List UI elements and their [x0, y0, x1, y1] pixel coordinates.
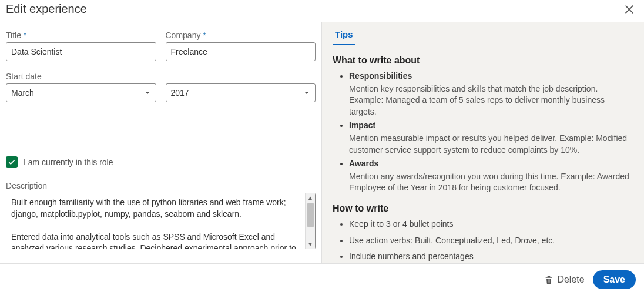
description-textarea[interactable]	[6, 193, 305, 249]
textarea-scrollbar[interactable]: ▲ ▼	[305, 193, 315, 249]
tab-tips[interactable]: Tips	[333, 22, 355, 45]
trash-icon	[544, 275, 554, 284]
title-input[interactable]	[6, 42, 156, 61]
description-label: Description	[6, 181, 316, 190]
tips-section2-heading: How to write	[333, 203, 633, 214]
chevron-down-icon	[144, 89, 151, 96]
tips-item-title: Awards	[349, 158, 633, 170]
scroll-up-arrow[interactable]: ▲	[307, 193, 313, 202]
start-date-label: Start date	[6, 72, 316, 81]
close-button[interactable]	[623, 3, 636, 16]
tips-item-title: Responsibilities	[349, 71, 633, 82]
delete-button[interactable]: Delete	[544, 274, 584, 285]
tips-item-desc: Mention key responsibilities and skills …	[349, 84, 605, 116]
tips-section1-heading: What to write about	[333, 55, 633, 66]
current-role-checkbox[interactable]	[6, 156, 18, 168]
tips-item-awards: Awards Mention any awards/recognition yo…	[349, 158, 633, 194]
tips-item-desc: Mention measurable impact or results you…	[349, 133, 627, 155]
modal-title: Edit experience	[6, 2, 87, 16]
close-icon	[623, 3, 636, 16]
company-label: Company	[166, 31, 316, 40]
start-year-value: 2017	[171, 88, 189, 98]
tips-item-title: Impact	[349, 120, 633, 132]
start-month-value: March	[11, 88, 34, 98]
check-icon	[8, 158, 16, 166]
tips-howto-item: Include numbers and percentages	[349, 251, 633, 263]
tips-item-impact: Impact Mention measurable impact or resu…	[349, 120, 633, 156]
current-role-label: I am currently in this role	[24, 157, 113, 167]
start-year-select[interactable]: 2017	[166, 83, 316, 102]
scroll-down-arrow[interactable]: ▼	[307, 240, 313, 249]
tips-howto-item: Keep it to 3 or 4 bullet points	[349, 219, 633, 230]
tips-howto-item: Use action verbs: Built, Conceptualized,…	[349, 235, 633, 247]
start-month-select[interactable]: March	[6, 83, 156, 102]
save-button[interactable]: Save	[593, 270, 636, 289]
title-label: Title	[6, 31, 156, 40]
tips-item-desc: Mention any awards/recognition you won d…	[349, 172, 629, 193]
tips-item-responsibilities: Responsibilities Mention key responsibil…	[349, 71, 633, 118]
chevron-down-icon	[303, 89, 310, 96]
delete-label: Delete	[557, 274, 584, 285]
scroll-thumb[interactable]	[307, 203, 314, 227]
company-input[interactable]	[166, 42, 316, 61]
